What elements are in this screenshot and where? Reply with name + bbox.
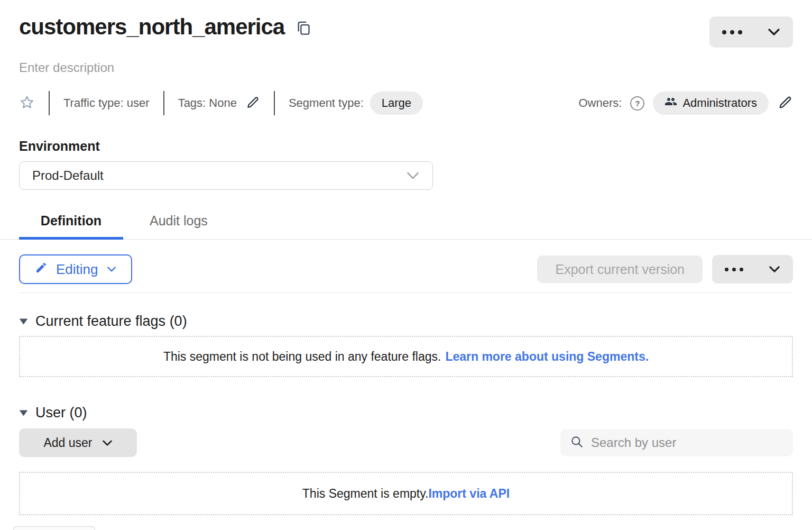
- pencil-icon: [35, 261, 48, 278]
- toolbar-more-button[interactable]: [712, 255, 756, 284]
- header-more-menu: [709, 16, 793, 48]
- edit-tags-button[interactable]: [245, 95, 260, 112]
- owners-value: Administrators: [682, 96, 757, 110]
- tags-label: Tags: None: [178, 96, 237, 110]
- user-empty-text: This Segment is empty.: [302, 487, 429, 501]
- divider: [19, 293, 793, 293]
- chevron-down-icon: [768, 28, 780, 36]
- feature-flags-section-header[interactable]: Current feature flags (0): [19, 313, 187, 330]
- divider: [274, 91, 275, 115]
- divider: [49, 91, 50, 115]
- ellipsis-icon: [725, 268, 743, 271]
- pencil-icon: [245, 95, 260, 112]
- import-via-api-link[interactable]: Import via API: [428, 487, 510, 501]
- chevron-down-icon: [769, 266, 780, 273]
- user-section-title: User (0): [35, 405, 87, 421]
- user-controls-row: Add user: [19, 428, 793, 457]
- learn-more-link[interactable]: Learn more about using Segments.: [445, 350, 649, 364]
- segment-meta-row: Traffic type: user Tags: None Segment ty…: [19, 91, 793, 115]
- owners-help-button[interactable]: ?: [630, 96, 644, 111]
- environment-select[interactable]: Prod-Default: [19, 161, 433, 190]
- tab-bar: Definition Audit logs: [0, 208, 812, 240]
- segment-type-label: Segment type:: [289, 96, 364, 110]
- owners-label: Owners:: [578, 96, 622, 110]
- chevron-down-icon: [107, 266, 116, 272]
- tab-definition[interactable]: Definition: [19, 208, 123, 239]
- traffic-type-label: Traffic type: user: [63, 96, 150, 110]
- star-icon: [19, 95, 35, 112]
- copy-name-button[interactable]: [295, 19, 312, 39]
- caret-down-icon: [19, 318, 28, 325]
- tab-audit-logs[interactable]: Audit logs: [134, 208, 224, 239]
- favorite-button[interactable]: [19, 95, 35, 112]
- header-more-button[interactable]: [709, 16, 755, 48]
- user-search-box: [560, 429, 793, 456]
- user-empty-state: This Segment is empty. Import via API: [19, 472, 793, 515]
- feature-flags-empty-state: This segment is not being used in any fe…: [19, 336, 793, 377]
- segment-type-badge: Large: [370, 92, 423, 115]
- description-input[interactable]: Enter description: [19, 60, 114, 75]
- environment-label: Environment: [19, 139, 793, 154]
- editing-mode-button[interactable]: Editing: [19, 254, 132, 284]
- search-icon: [570, 435, 584, 451]
- editing-label: Editing: [56, 261, 98, 278]
- definition-toolbar: Editing Export current version: [0, 254, 812, 284]
- toolbar-more-menu: [712, 255, 793, 284]
- add-user-button[interactable]: Add user: [19, 428, 137, 457]
- owners-badge[interactable]: Administrators: [653, 92, 769, 115]
- bottom-cutoff-element: [13, 526, 95, 530]
- page-title: customers_north_america: [19, 14, 284, 40]
- chevron-down-icon: [406, 171, 420, 180]
- pencil-icon: [777, 95, 793, 112]
- add-user-label: Add user: [43, 436, 92, 450]
- chevron-down-icon: [102, 440, 113, 446]
- page-header: customers_north_america: [0, 0, 812, 48]
- copy-icon: [296, 20, 311, 38]
- export-current-version-button[interactable]: Export current version: [537, 255, 703, 283]
- search-by-user-input[interactable]: [590, 435, 783, 451]
- feature-flags-empty-text: This segment is not being used in any fe…: [163, 350, 441, 364]
- environment-selected-value: Prod-Default: [32, 168, 104, 183]
- people-icon: [665, 95, 677, 111]
- feature-flags-section-title: Current feature flags (0): [35, 313, 187, 330]
- help-icon: ?: [635, 99, 640, 108]
- divider: [163, 91, 164, 115]
- header-more-chevron-button[interactable]: [755, 16, 793, 48]
- ellipsis-icon: [722, 30, 742, 34]
- segment-page: customers_north_america Ente: [0, 0, 812, 530]
- user-section-header[interactable]: User (0): [19, 405, 87, 421]
- toolbar-more-chevron-button[interactable]: [756, 255, 793, 284]
- edit-owners-button[interactable]: [777, 95, 793, 112]
- caret-down-icon: [19, 410, 28, 416]
